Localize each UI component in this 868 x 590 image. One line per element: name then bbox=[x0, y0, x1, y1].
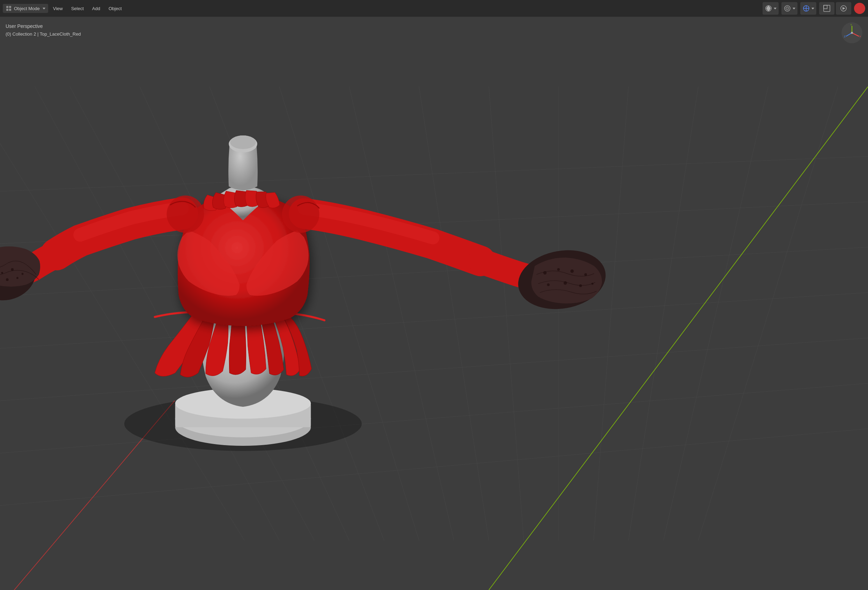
svg-point-57 bbox=[571, 270, 574, 273]
object-menu-label: Object bbox=[109, 6, 122, 11]
editor-type-icon bbox=[823, 4, 831, 12]
svg-point-48 bbox=[1, 272, 3, 274]
add-menu[interactable]: Add bbox=[89, 4, 104, 13]
object-menu[interactable]: Object bbox=[105, 4, 125, 13]
shading-chevron bbox=[774, 8, 776, 9]
svg-point-56 bbox=[557, 268, 560, 271]
svg-rect-3 bbox=[9, 9, 11, 11]
svg-point-7 bbox=[787, 8, 788, 9]
svg-text:Y: Y bbox=[850, 24, 852, 26]
mode-dropdown-chevron bbox=[43, 8, 46, 9]
object-mode-selector[interactable]: Object Mode bbox=[3, 4, 48, 13]
svg-rect-1 bbox=[9, 6, 11, 8]
svg-point-64 bbox=[282, 196, 319, 233]
svg-rect-2 bbox=[6, 9, 8, 11]
model-3d bbox=[0, 17, 868, 590]
gizmo-chevron bbox=[812, 8, 814, 9]
header-right-icons bbox=[763, 0, 865, 17]
svg-line-65 bbox=[852, 33, 859, 36]
svg-rect-0 bbox=[6, 6, 8, 8]
svg-rect-11 bbox=[824, 5, 830, 12]
view-menu-label: View bbox=[53, 6, 63, 11]
svg-point-45 bbox=[230, 136, 256, 149]
axis-gizmo-svg: X Y Z bbox=[843, 24, 861, 41]
svg-point-52 bbox=[6, 278, 9, 281]
select-menu-label: Select bbox=[71, 6, 84, 11]
svg-text:X: X bbox=[859, 35, 861, 38]
header-bar: Object Mode View Select Add Object bbox=[0, 0, 868, 17]
gizmo-icon bbox=[802, 4, 810, 12]
gizmo-group[interactable] bbox=[800, 2, 816, 15]
object-mode-icon bbox=[6, 5, 12, 12]
svg-point-61 bbox=[579, 285, 582, 287]
svg-point-50 bbox=[22, 273, 24, 275]
viewport-shading-group[interactable] bbox=[763, 2, 779, 15]
record-indicator bbox=[854, 3, 865, 14]
editor-type-button[interactable] bbox=[819, 2, 834, 15]
viewport-shading-icon bbox=[765, 4, 772, 12]
select-menu[interactable]: Select bbox=[68, 4, 87, 13]
svg-text:Z: Z bbox=[844, 35, 846, 38]
svg-point-71 bbox=[851, 32, 853, 34]
overlay-chevron bbox=[793, 8, 796, 9]
viewport[interactable]: User Perspective (0) Collection 2 | Top_… bbox=[0, 17, 868, 590]
overlay-icon bbox=[784, 4, 791, 12]
svg-point-59 bbox=[547, 283, 550, 286]
add-menu-label: Add bbox=[92, 6, 100, 11]
svg-point-58 bbox=[584, 273, 587, 276]
object-mode-label: Object Mode bbox=[14, 6, 40, 11]
axis-indicator-widget[interactable]: X Y Z bbox=[841, 22, 862, 43]
viewport-render-button[interactable] bbox=[836, 2, 851, 15]
viewport-render-icon bbox=[840, 4, 847, 12]
view-menu[interactable]: View bbox=[50, 4, 66, 13]
svg-rect-12 bbox=[824, 5, 827, 9]
overlay-group[interactable] bbox=[781, 2, 797, 15]
svg-point-53 bbox=[16, 277, 19, 279]
